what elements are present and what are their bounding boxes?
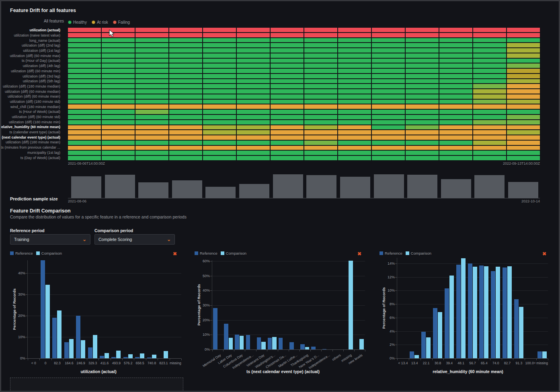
heatmap-cell[interactable] bbox=[372, 156, 405, 160]
heatmap-cell[interactable] bbox=[304, 156, 337, 160]
heatmap-cell[interactable] bbox=[406, 135, 439, 140]
heatmap-cell[interactable] bbox=[372, 59, 405, 63]
heatmap-cell[interactable] bbox=[68, 43, 101, 47]
heatmap-cell[interactable] bbox=[102, 135, 135, 140]
heatmap-cell[interactable] bbox=[304, 79, 337, 84]
heatmap-cell[interactable] bbox=[102, 125, 135, 130]
heatmap-cell[interactable] bbox=[135, 33, 168, 37]
heatmap-cell[interactable] bbox=[203, 69, 236, 73]
heatmap-cell[interactable] bbox=[439, 100, 472, 104]
heatmap-cell[interactable] bbox=[406, 48, 439, 53]
heatmap-cell[interactable] bbox=[68, 38, 101, 43]
reference-bar[interactable] bbox=[311, 347, 315, 349]
heatmap-cell[interactable] bbox=[203, 33, 236, 37]
sample-bar[interactable] bbox=[441, 179, 471, 198]
heatmap-cell[interactable] bbox=[338, 43, 371, 47]
reference-bar[interactable] bbox=[52, 318, 57, 358]
heatmap-cell[interactable] bbox=[439, 120, 472, 125]
heatmap-cell[interactable] bbox=[68, 89, 101, 94]
reference-bar[interactable] bbox=[135, 357, 139, 358]
heatmap-cell[interactable] bbox=[372, 38, 405, 43]
sample-bar[interactable] bbox=[205, 187, 236, 198]
heatmap-cell[interactable] bbox=[372, 115, 405, 119]
heatmap-cell[interactable] bbox=[102, 28, 135, 32]
heatmap-cell[interactable] bbox=[68, 125, 101, 130]
heatmap-cell[interactable] bbox=[473, 94, 506, 99]
comparison-bar[interactable] bbox=[484, 266, 488, 358]
heatmap-cell[interactable] bbox=[338, 115, 371, 119]
heatmap-cell[interactable] bbox=[507, 38, 540, 43]
heatmap-cell[interactable] bbox=[237, 130, 270, 135]
heatmap-cell[interactable] bbox=[169, 38, 202, 43]
heatmap-cell[interactable] bbox=[507, 94, 540, 99]
sample-bar[interactable] bbox=[239, 184, 269, 198]
sample-bar[interactable] bbox=[340, 177, 370, 198]
heatmap-cell[interactable] bbox=[507, 100, 540, 104]
comparison-bar[interactable] bbox=[164, 351, 168, 358]
heatmap-cell[interactable] bbox=[473, 125, 506, 130]
heatmap-cell[interactable] bbox=[237, 94, 270, 99]
heatmap-cell[interactable] bbox=[304, 135, 337, 140]
heatmap-cell[interactable] bbox=[169, 156, 202, 160]
heatmap-cell[interactable] bbox=[203, 141, 236, 145]
heatmap-cell[interactable] bbox=[439, 84, 472, 88]
heatmap-cell[interactable] bbox=[237, 115, 270, 119]
heatmap-cell[interactable] bbox=[237, 151, 270, 155]
heatmap-cell[interactable] bbox=[169, 146, 202, 150]
heatmap-cell[interactable] bbox=[473, 53, 506, 58]
heatmap-cell[interactable] bbox=[338, 100, 371, 104]
heatmap-cell[interactable] bbox=[304, 69, 337, 73]
reference-bar[interactable] bbox=[123, 357, 128, 358]
heatmap-cell[interactable] bbox=[169, 53, 202, 58]
heatmap-cell[interactable] bbox=[102, 69, 135, 73]
sample-bar[interactable] bbox=[105, 175, 135, 198]
comparison-bar[interactable] bbox=[272, 337, 276, 349]
heatmap-cell[interactable] bbox=[473, 130, 506, 135]
close-icon[interactable]: ✖ bbox=[173, 251, 177, 257]
heatmap-cell[interactable] bbox=[135, 104, 168, 109]
heatmap-cell[interactable] bbox=[372, 151, 405, 155]
heatmap-cell[interactable] bbox=[169, 28, 202, 32]
heatmap-cell[interactable] bbox=[473, 48, 506, 53]
reference-bar[interactable] bbox=[514, 299, 519, 358]
heatmap-cell[interactable] bbox=[271, 94, 304, 99]
comparison-bar[interactable] bbox=[507, 266, 512, 358]
heatmap-cell[interactable] bbox=[135, 146, 168, 150]
heatmap-cell[interactable] bbox=[338, 156, 371, 160]
heatmap-cell[interactable] bbox=[304, 53, 337, 58]
heatmap-cell[interactable] bbox=[304, 151, 337, 155]
heatmap-cell[interactable] bbox=[406, 59, 439, 63]
heatmap-cell[interactable] bbox=[304, 63, 337, 68]
heatmap-cell[interactable] bbox=[338, 74, 371, 78]
heatmap-cell[interactable] bbox=[338, 130, 371, 135]
heatmap-cell[interactable] bbox=[237, 104, 270, 109]
heatmap-cell[interactable] bbox=[372, 74, 405, 78]
comparison-bar[interactable] bbox=[438, 312, 442, 358]
heatmap-cell[interactable] bbox=[68, 110, 101, 114]
heatmap-cell[interactable] bbox=[68, 53, 101, 58]
heatmap-cell[interactable] bbox=[406, 63, 439, 68]
heatmap-cell[interactable] bbox=[135, 63, 168, 68]
heatmap-cell[interactable] bbox=[102, 120, 135, 125]
heatmap-cell[interactable] bbox=[406, 94, 439, 99]
heatmap-cell[interactable] bbox=[304, 59, 337, 63]
heatmap-cell[interactable] bbox=[203, 48, 236, 53]
heatmap-cell[interactable] bbox=[406, 110, 439, 114]
heatmap-cell[interactable] bbox=[237, 69, 270, 73]
heatmap-cell[interactable] bbox=[135, 43, 168, 47]
heatmap-cell[interactable] bbox=[439, 110, 472, 114]
heatmap-cell[interactable] bbox=[439, 33, 472, 37]
heatmap-cell[interactable] bbox=[304, 120, 337, 125]
heatmap-cell[interactable] bbox=[507, 33, 540, 37]
heatmap-cell[interactable] bbox=[439, 28, 472, 32]
reference-bar[interactable] bbox=[468, 263, 472, 358]
heatmap-cell[interactable] bbox=[372, 48, 405, 53]
heatmap-cell[interactable] bbox=[102, 89, 135, 94]
heatmap-cell[interactable] bbox=[406, 130, 439, 135]
heatmap-cell[interactable] bbox=[102, 59, 135, 63]
heatmap-cell[interactable] bbox=[372, 130, 405, 135]
heatmap-cell[interactable] bbox=[68, 33, 101, 37]
heatmap-cell[interactable] bbox=[507, 63, 540, 68]
heatmap-cell[interactable] bbox=[406, 146, 439, 150]
heatmap-cell[interactable] bbox=[507, 156, 540, 160]
